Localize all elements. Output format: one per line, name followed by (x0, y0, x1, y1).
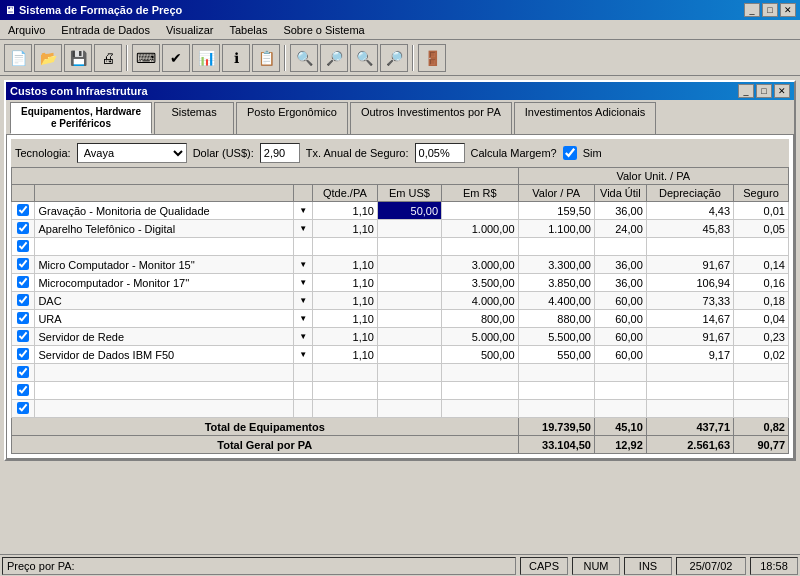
zoom-button[interactable]: 🔍 (350, 44, 378, 72)
total-vida: 12,92 (594, 436, 646, 454)
table-row: Aparelho Telefônico - Digital▼1,101.000,… (12, 220, 789, 238)
tool3-button[interactable]: ✔ (162, 44, 190, 72)
sep1 (126, 45, 128, 71)
row-vida: 36,00 (594, 202, 646, 220)
row-checkbox[interactable] (17, 402, 29, 414)
row-desc: Servidor de Dados IBM F50 (35, 346, 294, 364)
row-us (377, 292, 441, 310)
row-checkbox[interactable] (17, 294, 29, 306)
table-row (12, 238, 789, 256)
row-rs (442, 382, 518, 400)
inner-title-text: Custos com Infraestrutura (10, 85, 148, 97)
tool5-button[interactable]: ℹ (222, 44, 250, 72)
row-seg (734, 238, 789, 256)
total-vida: 45,10 (594, 418, 646, 436)
row-qtde: 1,10 (312, 256, 377, 274)
row-checkbox[interactable] (17, 348, 29, 360)
row-checkbox[interactable] (17, 276, 29, 288)
row-qtde (312, 238, 377, 256)
status-main: Preço por PA: (2, 557, 516, 575)
row-vida: 60,00 (594, 292, 646, 310)
row-vida (594, 382, 646, 400)
exit-button[interactable]: 🚪 (418, 44, 446, 72)
app-title: Sistema de Formação de Preço (19, 4, 182, 16)
search2-button[interactable]: 🔎 (320, 44, 348, 72)
menu-entrada[interactable]: Entrada de Dados (57, 23, 154, 37)
row-desc (35, 382, 294, 400)
row-dropdown (294, 364, 312, 382)
row-dropdown[interactable]: ▼ (294, 292, 312, 310)
inner-close[interactable]: ✕ (774, 84, 790, 98)
sep2 (284, 45, 286, 71)
title-bar: 🖥 Sistema de Formação de Preço _ □ ✕ (0, 0, 800, 20)
inner-maximize[interactable]: □ (756, 84, 772, 98)
row-dropdown[interactable]: ▼ (294, 202, 312, 220)
calcula-checkbox[interactable] (563, 146, 577, 160)
tab-outros[interactable]: Outros Investimentos por PA (350, 102, 512, 134)
save-button[interactable]: 💾 (64, 44, 92, 72)
close-button[interactable]: ✕ (780, 3, 796, 17)
row-seg (734, 400, 789, 418)
row-checkbox[interactable] (17, 330, 29, 342)
row-vpa (518, 400, 594, 418)
row-dropdown (294, 382, 312, 400)
row-dep (646, 364, 733, 382)
row-dropdown[interactable]: ▼ (294, 328, 312, 346)
row-dep (646, 382, 733, 400)
tool6-button[interactable]: 📋 (252, 44, 280, 72)
row-checkbox[interactable] (17, 204, 29, 216)
tab-investimentos[interactable]: Investimentos Adicionais (514, 102, 656, 134)
row-vida (594, 238, 646, 256)
tx-input[interactable] (415, 143, 465, 163)
row-rs (442, 364, 518, 382)
col-dep-header: Depreciação (646, 185, 733, 202)
row-dropdown[interactable]: ▼ (294, 256, 312, 274)
maximize-button[interactable]: □ (762, 3, 778, 17)
tab-posto[interactable]: Posto Ergonômico (236, 102, 348, 134)
row-seg: 0,05 (734, 220, 789, 238)
menu-arquivo[interactable]: Arquivo (4, 23, 49, 37)
menu-tabelas[interactable]: Tabelas (225, 23, 271, 37)
row-qtde: 1,10 (312, 346, 377, 364)
menu-sobre[interactable]: Sobre o Sistema (279, 23, 368, 37)
row-dep: 45,83 (646, 220, 733, 238)
row-dropdown[interactable]: ▼ (294, 310, 312, 328)
status-date: 25/07/02 (676, 557, 746, 575)
inner-minimize[interactable]: _ (738, 84, 754, 98)
tabs-row: Equipamentos, Hardware e Periféricos Sis… (6, 100, 794, 134)
row-checkbox[interactable] (17, 366, 29, 378)
row-checkbox[interactable] (17, 312, 29, 324)
tab-content: Tecnologia: Avaya Dolar (US$): Tx. Anual… (6, 134, 794, 459)
print-button[interactable]: 🖨 (94, 44, 122, 72)
open-button[interactable]: 📂 (34, 44, 62, 72)
tx-label: Tx. Anual de Seguro: (306, 147, 409, 159)
row-desc (35, 364, 294, 382)
tab-equipamentos[interactable]: Equipamentos, Hardware e Periféricos (10, 102, 152, 134)
row-rs: 500,00 (442, 346, 518, 364)
new-button[interactable]: 📄 (4, 44, 32, 72)
table-row: Servidor de Rede▼1,105.000,005.500,0060,… (12, 328, 789, 346)
zoom2-button[interactable]: 🔎 (380, 44, 408, 72)
search-button[interactable]: 🔍 (290, 44, 318, 72)
row-dropdown[interactable]: ▼ (294, 274, 312, 292)
dolar-label: Dolar (US$): (193, 147, 254, 159)
tecnologia-combo[interactable]: Avaya (77, 143, 187, 163)
header-valor-span: Valor Unit. / PA (518, 168, 788, 185)
row-checkbox[interactable] (17, 384, 29, 396)
row-checkbox[interactable] (17, 258, 29, 270)
row-checkbox[interactable] (17, 240, 29, 252)
row-vida: 60,00 (594, 346, 646, 364)
tool2-button[interactable]: ⌨ (132, 44, 160, 72)
dolar-input[interactable] (260, 143, 300, 163)
menu-visualizar[interactable]: Visualizar (162, 23, 218, 37)
row-dropdown[interactable]: ▼ (294, 346, 312, 364)
total-label: Total Geral por PA (12, 436, 519, 454)
row-dropdown[interactable]: ▼ (294, 220, 312, 238)
row-seg: 0,02 (734, 346, 789, 364)
row-checkbox[interactable] (17, 222, 29, 234)
tool4-button[interactable]: 📊 (192, 44, 220, 72)
row-us: 50,00 (377, 202, 441, 220)
status-num: NUM (572, 557, 620, 575)
minimize-button[interactable]: _ (744, 3, 760, 17)
tab-sistemas[interactable]: Sistemas (154, 102, 234, 134)
